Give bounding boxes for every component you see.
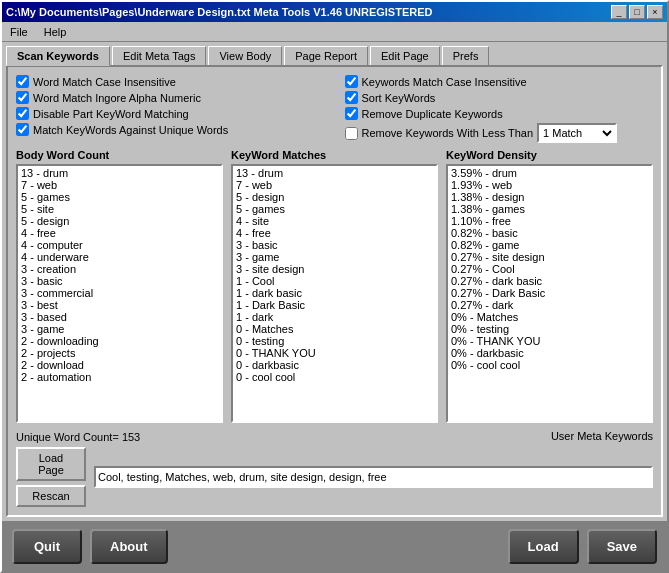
- list-item[interactable]: 0% - cool cool: [449, 359, 650, 371]
- list-item[interactable]: 2 - downloading: [19, 335, 220, 347]
- body-word-count-list[interactable]: 13 - drum7 - web5 - games5 - site5 - des…: [16, 164, 223, 423]
- list-item[interactable]: 0 - testing: [234, 335, 435, 347]
- checkbox-remove-duplicate-input[interactable]: [345, 107, 358, 120]
- menu-help[interactable]: Help: [40, 25, 71, 39]
- list-item[interactable]: 5 - games: [234, 203, 435, 215]
- keyword-matches-section: KeyWord Matches 13 - drum7 - web5 - desi…: [231, 149, 438, 423]
- keyword-matches-header: KeyWord Matches: [231, 149, 438, 161]
- save-button[interactable]: Save: [587, 529, 657, 564]
- list-item[interactable]: 1 - dark basic: [234, 287, 435, 299]
- list-item[interactable]: 3 - creation: [19, 263, 220, 275]
- load-button[interactable]: Load: [508, 529, 579, 564]
- list-item[interactable]: 0% - THANK YOU: [449, 335, 650, 347]
- list-item[interactable]: 3 - best: [19, 299, 220, 311]
- match-select[interactable]: 1 Match 2 Matches 3 Matches: [537, 123, 617, 143]
- about-button[interactable]: About: [90, 529, 168, 564]
- checkbox-word-match-case: Word Match Case Insensitive: [16, 75, 325, 88]
- list-item[interactable]: 4 - underware: [19, 251, 220, 263]
- checkbox-disable-part: Disable Part KeyWord Matching: [16, 107, 325, 120]
- list-item[interactable]: 1 - Cool: [234, 275, 435, 287]
- list-item[interactable]: 7 - web: [234, 179, 435, 191]
- checkbox-match-keywords-input[interactable]: [16, 123, 29, 136]
- list-item[interactable]: 2 - download: [19, 359, 220, 371]
- list-item[interactable]: 3 - site design: [234, 263, 435, 275]
- list-item[interactable]: 3 - based: [19, 311, 220, 323]
- checkbox-keywords-match-case-label: Keywords Match Case Insensitive: [362, 76, 527, 88]
- list-item[interactable]: 1.38% - design: [449, 191, 650, 203]
- keyword-density-section: KeyWord Density 3.59% - drum1.93% - web1…: [446, 149, 653, 423]
- maximize-button[interactable]: □: [629, 5, 645, 19]
- tab-edit-page[interactable]: Edit Page: [370, 46, 440, 65]
- list-item[interactable]: 0.27% - dark: [449, 299, 650, 311]
- checkbox-sort-keywords-input[interactable]: [345, 91, 358, 104]
- list-item[interactable]: 1 - dark: [234, 311, 435, 323]
- footer-right-buttons: Load Save: [508, 529, 657, 564]
- list-item[interactable]: 0.27% - dark basic: [449, 275, 650, 287]
- menu-file[interactable]: File: [6, 25, 32, 39]
- tab-page-report[interactable]: Page Report: [284, 46, 368, 65]
- tab-prefs[interactable]: Prefs: [442, 46, 490, 65]
- list-item[interactable]: 3 - basic: [234, 239, 435, 251]
- list-item[interactable]: 4 - computer: [19, 239, 220, 251]
- right-options: Keywords Match Case Insensitive Sort Key…: [345, 75, 654, 143]
- tabs-container: Scan Keywords Edit Meta Tags View Body P…: [2, 42, 667, 65]
- list-item[interactable]: 0% - darkbasic: [449, 347, 650, 359]
- load-page-button[interactable]: Load Page: [16, 447, 86, 481]
- list-item[interactable]: 5 - design: [234, 191, 435, 203]
- footer-bar: Quit About Load Save: [2, 521, 667, 571]
- list-item[interactable]: 0% - testing: [449, 323, 650, 335]
- list-item[interactable]: 0 - darkbasic: [234, 359, 435, 371]
- list-item[interactable]: 3 - basic: [19, 275, 220, 287]
- quit-button[interactable]: Quit: [12, 529, 82, 564]
- list-item[interactable]: 4 - site: [234, 215, 435, 227]
- list-item[interactable]: 0 - Matches: [234, 323, 435, 335]
- list-item[interactable]: 13 - drum: [19, 167, 220, 179]
- checkbox-remove-less-than-input[interactable]: [345, 127, 358, 140]
- tab-edit-meta-tags[interactable]: Edit Meta Tags: [112, 46, 207, 65]
- list-item[interactable]: 0.82% - game: [449, 239, 650, 251]
- list-item[interactable]: 13 - drum: [234, 167, 435, 179]
- list-item[interactable]: 5 - site: [19, 203, 220, 215]
- list-item[interactable]: 1.38% - games: [449, 203, 650, 215]
- match-row: Remove Keywords With Less Than 1 Match 2…: [345, 123, 654, 143]
- tab-view-body[interactable]: View Body: [208, 46, 282, 65]
- minimize-button[interactable]: _: [611, 5, 627, 19]
- user-meta-label: User Meta Keywords: [551, 430, 653, 442]
- list-item[interactable]: 0.27% - site design: [449, 251, 650, 263]
- list-item[interactable]: 3 - game: [234, 251, 435, 263]
- list-item[interactable]: 0 - cool cool: [234, 371, 435, 383]
- keyword-density-header: KeyWord Density: [446, 149, 653, 161]
- list-item[interactable]: 1.10% - free: [449, 215, 650, 227]
- checkbox-keywords-match-case: Keywords Match Case Insensitive: [345, 75, 654, 88]
- list-item[interactable]: 1.93% - web: [449, 179, 650, 191]
- list-item[interactable]: 0.27% - Dark Basic: [449, 287, 650, 299]
- list-item[interactable]: 0% - Matches: [449, 311, 650, 323]
- close-button[interactable]: ×: [647, 5, 663, 19]
- list-item[interactable]: 3.59% - drum: [449, 167, 650, 179]
- checkbox-disable-part-input[interactable]: [16, 107, 29, 120]
- left-options: Word Match Case Insensitive Word Match I…: [16, 75, 325, 143]
- checkbox-word-match-alpha-input[interactable]: [16, 91, 29, 104]
- checkbox-match-keywords-label: Match KeyWords Against Unique Words: [33, 124, 228, 136]
- list-item[interactable]: 3 - game: [19, 323, 220, 335]
- list-item[interactable]: 4 - free: [19, 227, 220, 239]
- list-item[interactable]: 2 - automation: [19, 371, 220, 383]
- list-item[interactable]: 0.82% - basic: [449, 227, 650, 239]
- rescan-button[interactable]: Rescan: [16, 485, 86, 507]
- list-item[interactable]: 5 - games: [19, 191, 220, 203]
- keyword-matches-list[interactable]: 13 - drum7 - web5 - design5 - games4 - s…: [231, 164, 438, 423]
- list-item[interactable]: 0.27% - Cool: [449, 263, 650, 275]
- list-item[interactable]: 2 - projects: [19, 347, 220, 359]
- list-item[interactable]: 1 - Dark Basic: [234, 299, 435, 311]
- list-item[interactable]: 0 - THANK YOU: [234, 347, 435, 359]
- options-area: Word Match Case Insensitive Word Match I…: [16, 75, 653, 143]
- list-item[interactable]: 3 - commercial: [19, 287, 220, 299]
- checkbox-keywords-match-case-input[interactable]: [345, 75, 358, 88]
- list-item[interactable]: 4 - free: [234, 227, 435, 239]
- checkbox-word-match-case-input[interactable]: [16, 75, 29, 88]
- user-meta-input[interactable]: [94, 466, 653, 488]
- keyword-density-list[interactable]: 3.59% - drum1.93% - web1.38% - design1.3…: [446, 164, 653, 423]
- list-item[interactable]: 7 - web: [19, 179, 220, 191]
- tab-scan-keywords[interactable]: Scan Keywords: [6, 46, 110, 66]
- list-item[interactable]: 5 - design: [19, 215, 220, 227]
